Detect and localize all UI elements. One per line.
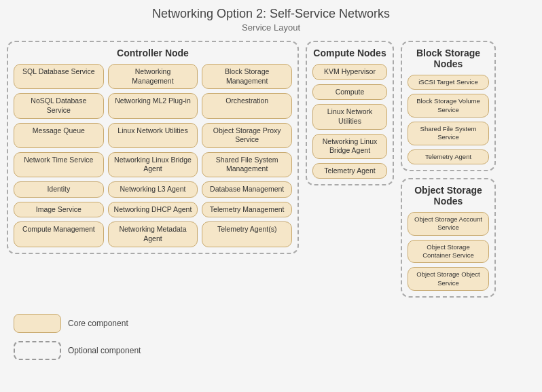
block-storage-grid: iSCSI Target ServiceBlock Storage Volume… xyxy=(408,75,489,164)
object-storage-title: Object Storage Nodes xyxy=(408,185,489,207)
block-storage-service-pill: iSCSI Target Service xyxy=(408,75,489,90)
controller-service-pill: Telemetry Management xyxy=(202,202,292,218)
controller-service-pill: Networking ML2 Plug-in xyxy=(108,93,198,118)
controller-service-pill: Network Time Service xyxy=(14,152,104,177)
legend-optional: Optional component xyxy=(14,341,141,360)
block-storage-service-pill: Block Storage Volume Service xyxy=(408,94,489,118)
object-storage-grid: Object Storage Account ServiceObject Sto… xyxy=(408,212,489,291)
compute-service-pill: Networking Linux Bridge Agent xyxy=(312,134,387,159)
block-storage-nodes-box: Block Storage Nodes iSCSI Target Service… xyxy=(401,41,496,171)
legend-core-box xyxy=(14,314,61,333)
controller-service-pill: NoSQL Database Service xyxy=(14,93,104,118)
right-col: Block Storage Nodes iSCSI Target Service… xyxy=(401,41,496,298)
compute-nodes-title: Compute Nodes xyxy=(312,48,387,58)
controller-grid: SQL Database ServiceNetworking Managemen… xyxy=(14,64,292,247)
object-storage-service-pill: Object Storage Object Service xyxy=(408,267,489,291)
controller-service-pill: Database Management xyxy=(202,181,292,198)
controller-service-pill: Message Queue xyxy=(14,123,104,148)
compute-service-pill: KVM Hypervisor xyxy=(312,64,387,80)
object-storage-service-pill: Object Storage Account Service xyxy=(408,212,489,236)
legend-optional-box xyxy=(14,341,61,360)
controller-service-pill: Identity xyxy=(14,181,104,198)
page-subtitle: Service Layout xyxy=(7,22,535,33)
legend: Core component Optional component xyxy=(7,314,141,360)
controller-node-box: Controller Node SQL Database ServiceNetw… xyxy=(7,41,299,254)
controller-node-title: Controller Node xyxy=(14,48,292,58)
page-title: Networking Option 2: Self-Service Networ… xyxy=(7,7,535,21)
controller-service-pill: Compute Management xyxy=(14,221,104,247)
controller-service-pill: Telemetry Agent(s) xyxy=(202,221,292,247)
block-storage-service-pill: Telemetry Agent xyxy=(408,149,489,164)
object-storage-service-pill: Object Storage Container Service xyxy=(408,240,489,264)
legend-optional-label: Optional component xyxy=(68,346,141,355)
controller-service-pill: SQL Database Service xyxy=(14,64,104,89)
controller-service-pill: Networking DHCP Agent xyxy=(108,202,198,218)
compute-service-pill: Linux Network Utilities xyxy=(312,104,387,129)
controller-service-pill: Networking Management xyxy=(108,64,198,89)
diagram: Controller Node SQL Database ServiceNetw… xyxy=(7,41,535,298)
legend-core: Core component xyxy=(14,314,141,333)
controller-service-pill: Linux Network Utilities xyxy=(108,123,198,148)
controller-service-pill: Shared File System Management xyxy=(202,152,292,177)
legend-row: Core component Optional component xyxy=(7,304,535,360)
controller-service-pill: Orchestration xyxy=(202,93,292,118)
controller-service-pill: Networking Linux Bridge Agent xyxy=(108,152,198,177)
compute-nodes-box: Compute Nodes KVM HypervisorComputeLinux… xyxy=(306,41,394,185)
controller-service-pill: Image Service xyxy=(14,202,104,218)
object-storage-nodes-box: Object Storage Nodes Object Storage Acco… xyxy=(401,178,496,298)
compute-service-pill: Telemetry Agent xyxy=(312,163,387,179)
controller-service-pill: Networking L3 Agent xyxy=(108,181,198,198)
controller-service-pill: Block Storage Management xyxy=(202,64,292,89)
controller-service-pill: Networking Metadata Agent xyxy=(108,221,198,247)
controller-service-pill: Object Storage Proxy Service xyxy=(202,123,292,148)
compute-service-pill: Compute xyxy=(312,84,387,101)
block-storage-service-pill: Shared File System Service xyxy=(408,122,489,145)
compute-grid: KVM HypervisorComputeLinux Network Utili… xyxy=(312,64,387,179)
legend-core-label: Core component xyxy=(68,319,128,328)
block-storage-title: Block Storage Nodes xyxy=(408,48,489,69)
